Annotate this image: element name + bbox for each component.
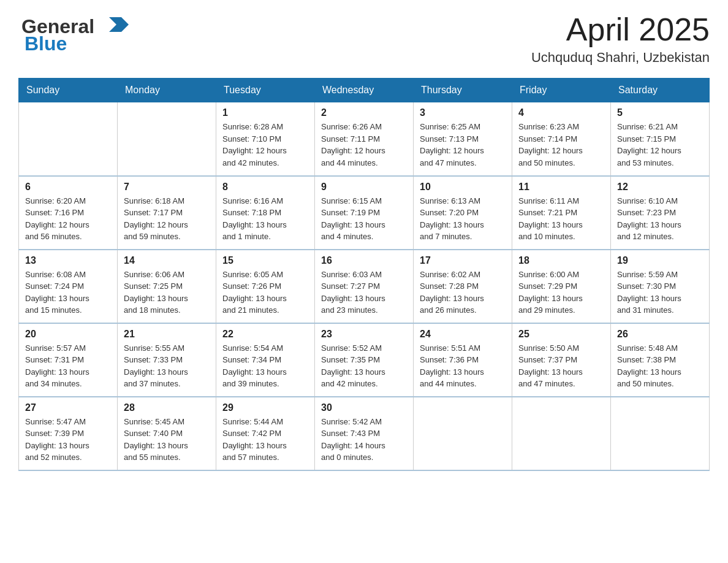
calendar-header: SundayMondayTuesdayWednesdayThursdayFrid… xyxy=(19,79,710,102)
calendar-week-row: 13Sunrise: 6:08 AM Sunset: 7:24 PM Dayli… xyxy=(19,250,710,323)
calendar-week-row: 20Sunrise: 5:57 AM Sunset: 7:31 PM Dayli… xyxy=(19,323,710,397)
calendar-cell: 24Sunrise: 5:51 AM Sunset: 7:36 PM Dayli… xyxy=(414,323,512,397)
weekday-header-row: SundayMondayTuesdayWednesdayThursdayFrid… xyxy=(19,79,710,102)
calendar-cell: 22Sunrise: 5:54 AM Sunset: 7:34 PM Dayli… xyxy=(216,323,315,397)
logo: GeneralBlue xyxy=(18,12,141,55)
calendar-cell: 20Sunrise: 5:57 AM Sunset: 7:31 PM Dayli… xyxy=(19,323,118,397)
svg-text:Blue: Blue xyxy=(25,33,67,55)
day-info: Sunrise: 6:05 AM Sunset: 7:26 PM Dayligh… xyxy=(222,269,308,316)
calendar-cell: 16Sunrise: 6:03 AM Sunset: 7:27 PM Dayli… xyxy=(315,250,414,323)
calendar-cell xyxy=(118,102,216,176)
day-number: 7 xyxy=(124,182,210,193)
calendar-cell: 6Sunrise: 6:20 AM Sunset: 7:16 PM Daylig… xyxy=(19,176,118,250)
calendar-cell xyxy=(512,397,611,470)
day-number: 27 xyxy=(25,402,111,413)
calendar-cell xyxy=(414,397,512,470)
weekday-header-sunday: Sunday xyxy=(19,79,118,102)
day-number: 23 xyxy=(321,329,407,340)
day-number: 25 xyxy=(518,329,604,340)
day-number: 18 xyxy=(518,255,604,266)
calendar-cell: 4Sunrise: 6:23 AM Sunset: 7:14 PM Daylig… xyxy=(512,102,611,176)
day-info: Sunrise: 5:59 AM Sunset: 7:30 PM Dayligh… xyxy=(617,269,703,316)
day-info: Sunrise: 6:21 AM Sunset: 7:15 PM Dayligh… xyxy=(617,121,703,169)
day-number: 20 xyxy=(25,329,111,340)
day-info: Sunrise: 6:08 AM Sunset: 7:24 PM Dayligh… xyxy=(25,269,111,316)
calendar-cell: 9Sunrise: 6:15 AM Sunset: 7:19 PM Daylig… xyxy=(315,176,414,250)
day-number: 4 xyxy=(518,107,604,118)
day-number: 8 xyxy=(222,182,308,193)
calendar-cell: 28Sunrise: 5:45 AM Sunset: 7:40 PM Dayli… xyxy=(118,397,216,470)
day-info: Sunrise: 5:57 AM Sunset: 7:31 PM Dayligh… xyxy=(25,342,111,390)
day-number: 11 xyxy=(518,182,604,193)
weekday-header-monday: Monday xyxy=(118,79,216,102)
calendar-cell: 19Sunrise: 5:59 AM Sunset: 7:30 PM Dayli… xyxy=(611,250,710,323)
day-number: 26 xyxy=(617,329,703,340)
calendar-cell: 11Sunrise: 6:11 AM Sunset: 7:21 PM Dayli… xyxy=(512,176,611,250)
calendar-body: 1Sunrise: 6:28 AM Sunset: 7:10 PM Daylig… xyxy=(19,102,710,470)
day-info: Sunrise: 6:10 AM Sunset: 7:23 PM Dayligh… xyxy=(617,195,703,243)
day-info: Sunrise: 6:18 AM Sunset: 7:17 PM Dayligh… xyxy=(124,195,210,243)
calendar-cell xyxy=(19,102,118,176)
day-info: Sunrise: 5:44 AM Sunset: 7:42 PM Dayligh… xyxy=(222,416,308,464)
day-info: Sunrise: 6:15 AM Sunset: 7:19 PM Dayligh… xyxy=(321,195,407,243)
calendar-cell: 29Sunrise: 5:44 AM Sunset: 7:42 PM Dayli… xyxy=(216,397,315,470)
calendar-cell: 10Sunrise: 6:13 AM Sunset: 7:20 PM Dayli… xyxy=(414,176,512,250)
calendar-cell: 15Sunrise: 6:05 AM Sunset: 7:26 PM Dayli… xyxy=(216,250,315,323)
day-info: Sunrise: 5:45 AM Sunset: 7:40 PM Dayligh… xyxy=(124,416,210,464)
day-number: 29 xyxy=(222,402,308,413)
day-info: Sunrise: 5:50 AM Sunset: 7:37 PM Dayligh… xyxy=(518,342,604,390)
day-number: 3 xyxy=(420,107,506,118)
day-number: 19 xyxy=(617,255,703,266)
calendar-cell: 7Sunrise: 6:18 AM Sunset: 7:17 PM Daylig… xyxy=(118,176,216,250)
calendar-week-row: 27Sunrise: 5:47 AM Sunset: 7:39 PM Dayli… xyxy=(19,397,710,470)
day-info: Sunrise: 5:55 AM Sunset: 7:33 PM Dayligh… xyxy=(124,342,210,390)
day-number: 21 xyxy=(124,329,210,340)
calendar-cell: 17Sunrise: 6:02 AM Sunset: 7:28 PM Dayli… xyxy=(414,250,512,323)
day-number: 16 xyxy=(321,255,407,266)
calendar-cell: 13Sunrise: 6:08 AM Sunset: 7:24 PM Dayli… xyxy=(19,250,118,323)
day-number: 6 xyxy=(25,182,111,193)
day-number: 10 xyxy=(420,182,506,193)
day-info: Sunrise: 6:16 AM Sunset: 7:18 PM Dayligh… xyxy=(222,195,308,243)
day-info: Sunrise: 6:23 AM Sunset: 7:14 PM Dayligh… xyxy=(518,121,604,169)
day-info: Sunrise: 6:03 AM Sunset: 7:27 PM Dayligh… xyxy=(321,269,407,316)
calendar-cell: 26Sunrise: 5:48 AM Sunset: 7:38 PM Dayli… xyxy=(611,323,710,397)
day-info: Sunrise: 6:26 AM Sunset: 7:11 PM Dayligh… xyxy=(321,121,407,169)
weekday-header-friday: Friday xyxy=(512,79,611,102)
day-info: Sunrise: 5:54 AM Sunset: 7:34 PM Dayligh… xyxy=(222,342,308,390)
day-info: Sunrise: 5:47 AM Sunset: 7:39 PM Dayligh… xyxy=(25,416,111,464)
day-number: 1 xyxy=(222,107,308,118)
page-header: GeneralBlue April 2025 Uchquduq Shahri, … xyxy=(18,12,710,66)
day-info: Sunrise: 6:11 AM Sunset: 7:21 PM Dayligh… xyxy=(518,195,604,243)
day-info: Sunrise: 5:52 AM Sunset: 7:35 PM Dayligh… xyxy=(321,342,407,390)
calendar-cell: 25Sunrise: 5:50 AM Sunset: 7:37 PM Dayli… xyxy=(512,323,611,397)
weekday-header-thursday: Thursday xyxy=(414,79,512,102)
calendar-cell: 23Sunrise: 5:52 AM Sunset: 7:35 PM Dayli… xyxy=(315,323,414,397)
day-info: Sunrise: 5:42 AM Sunset: 7:43 PM Dayligh… xyxy=(321,416,407,464)
day-number: 28 xyxy=(124,402,210,413)
calendar-cell: 18Sunrise: 6:00 AM Sunset: 7:29 PM Dayli… xyxy=(512,250,611,323)
day-info: Sunrise: 6:06 AM Sunset: 7:25 PM Dayligh… xyxy=(124,269,210,316)
calendar-week-row: 1Sunrise: 6:28 AM Sunset: 7:10 PM Daylig… xyxy=(19,102,710,176)
calendar-cell: 21Sunrise: 5:55 AM Sunset: 7:33 PM Dayli… xyxy=(118,323,216,397)
day-info: Sunrise: 6:00 AM Sunset: 7:29 PM Dayligh… xyxy=(518,269,604,316)
generalblue-logo: GeneralBlue xyxy=(18,12,141,55)
day-number: 30 xyxy=(321,402,407,413)
day-number: 14 xyxy=(124,255,210,266)
day-number: 22 xyxy=(222,329,308,340)
day-info: Sunrise: 6:28 AM Sunset: 7:10 PM Dayligh… xyxy=(222,121,308,169)
calendar-cell: 3Sunrise: 6:25 AM Sunset: 7:13 PM Daylig… xyxy=(414,102,512,176)
svg-marker-1 xyxy=(109,17,129,32)
day-number: 9 xyxy=(321,182,407,193)
weekday-header-saturday: Saturday xyxy=(611,79,710,102)
calendar-cell: 1Sunrise: 6:28 AM Sunset: 7:10 PM Daylig… xyxy=(216,102,315,176)
day-info: Sunrise: 6:13 AM Sunset: 7:20 PM Dayligh… xyxy=(420,195,506,243)
calendar-cell: 2Sunrise: 6:26 AM Sunset: 7:11 PM Daylig… xyxy=(315,102,414,176)
day-number: 2 xyxy=(321,107,407,118)
day-number: 13 xyxy=(25,255,111,266)
day-info: Sunrise: 5:51 AM Sunset: 7:36 PM Dayligh… xyxy=(420,342,506,390)
month-title: April 2025 xyxy=(531,12,710,47)
calendar-table: SundayMondayTuesdayWednesdayThursdayFrid… xyxy=(18,78,710,471)
day-number: 5 xyxy=(617,107,703,118)
calendar-cell: 5Sunrise: 6:21 AM Sunset: 7:15 PM Daylig… xyxy=(611,102,710,176)
